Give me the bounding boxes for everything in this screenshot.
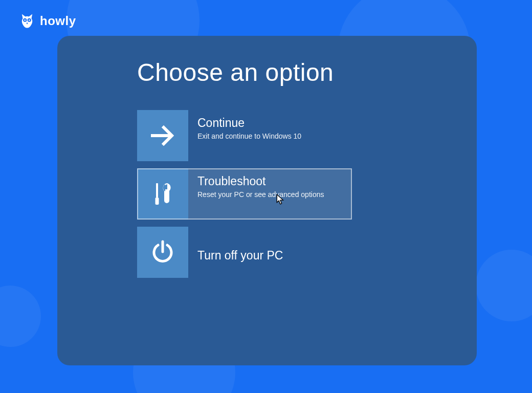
owl-icon <box>18 12 36 30</box>
option-continue[interactable]: Continue Exit and continue to Windows 10 <box>137 110 352 161</box>
svg-point-3 <box>29 19 30 21</box>
page-title: Choose an option <box>137 58 477 86</box>
options-list: Continue Exit and continue to Windows 10 <box>137 110 477 278</box>
svg-point-2 <box>24 19 26 21</box>
bg-decoration <box>476 250 532 321</box>
power-icon <box>137 227 188 278</box>
tools-icon <box>137 168 188 220</box>
option-troubleshoot[interactable]: Troubleshoot Reset your PC or see advanc… <box>137 168 352 220</box>
option-title: Troubleshoot <box>197 174 352 188</box>
brand-text: howly <box>40 14 76 28</box>
option-title: Continue <box>197 116 352 130</box>
option-turn-off[interactable]: Turn off your PC <box>137 227 352 278</box>
svg-rect-6 <box>156 198 159 205</box>
recovery-panel: Choose an option Continue Exit and conti… <box>57 36 477 365</box>
svg-rect-5 <box>156 183 158 198</box>
arrow-right-icon <box>137 110 188 161</box>
option-title: Turn off your PC <box>197 249 283 263</box>
bg-decoration <box>0 286 41 347</box>
option-description: Exit and continue to Windows 10 <box>197 132 352 140</box>
option-description: Reset your PC or see advanced options <box>197 190 352 199</box>
howly-logo: howly <box>18 12 76 30</box>
